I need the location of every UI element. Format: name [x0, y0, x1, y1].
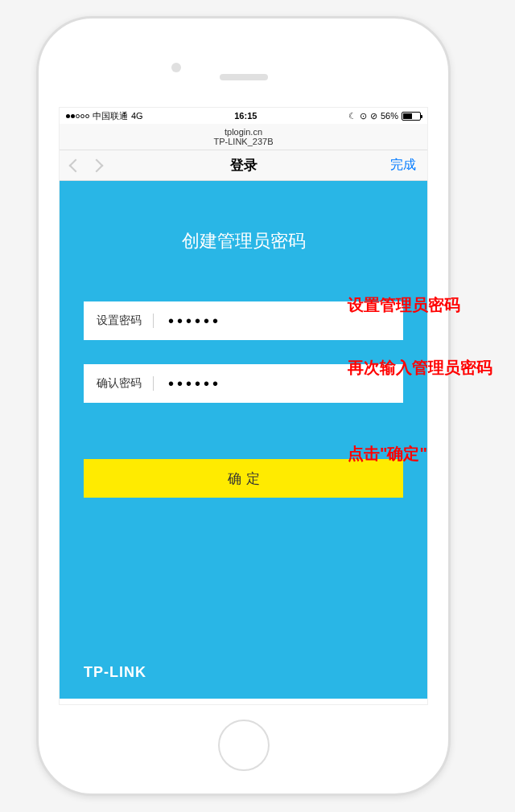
lock-rotation-icon: ⊘ — [370, 111, 377, 121]
home-button[interactable] — [218, 720, 270, 771]
submit-button[interactable]: 确定 — [84, 459, 403, 498]
nav-bar: 登录 完成 — [60, 150, 427, 181]
annotation-set-password: 设置管理员密码 — [348, 294, 460, 316]
set-password-label: 设置密码 — [97, 314, 154, 328]
phone-screen: 中国联通 4G 16:15 ☾ ⊙ ⊘ 56% tplogin.cn TP-LI… — [59, 107, 428, 705]
status-bar: 中国联通 4G 16:15 ☾ ⊙ ⊘ 56% — [60, 108, 427, 124]
browser-header: tplogin.cn TP-LINK_237B — [60, 124, 427, 150]
back-icon[interactable] — [69, 158, 83, 172]
clock-label: 16:15 — [234, 111, 257, 121]
site-title-label: TP-LINK_237B — [60, 137, 427, 146]
status-left: 中国联通 4G — [66, 110, 143, 122]
battery-icon — [402, 112, 421, 121]
annotation-click-confirm: 点击"确定" — [348, 443, 427, 465]
done-button[interactable]: 完成 — [390, 157, 416, 174]
network-label: 4G — [131, 111, 143, 121]
page-label: 登录 — [230, 156, 258, 174]
signal-strength-icon — [66, 114, 89, 118]
moon-icon: ☾ — [348, 111, 356, 121]
annotation-confirm-password: 再次输入管理员密码 — [348, 357, 492, 379]
phone-frame: 中国联通 4G 16:15 ☾ ⊙ ⊘ 56% tplogin.cn TP-LI… — [36, 16, 451, 796]
content-area: 创建管理员密码 设置密码 确认密码 确定 TP-LINK — [60, 181, 427, 699]
camera-dot — [171, 63, 181, 72]
page-title: 创建管理员密码 — [60, 229, 427, 253]
nav-arrows — [71, 161, 101, 170]
url-label: tplogin.cn — [60, 127, 427, 137]
carrier-label: 中国联通 — [93, 110, 128, 122]
battery-percent-label: 56% — [381, 111, 398, 121]
forward-icon[interactable] — [90, 158, 104, 172]
phone-top-bezel — [39, 18, 448, 107]
status-right: ☾ ⊙ ⊘ 56% — [348, 111, 421, 121]
speaker-slot — [220, 74, 268, 80]
brand-label: TP-LINK — [84, 664, 146, 681]
confirm-password-label: 确认密码 — [97, 376, 154, 391]
alarm-icon: ⊙ — [360, 111, 367, 121]
